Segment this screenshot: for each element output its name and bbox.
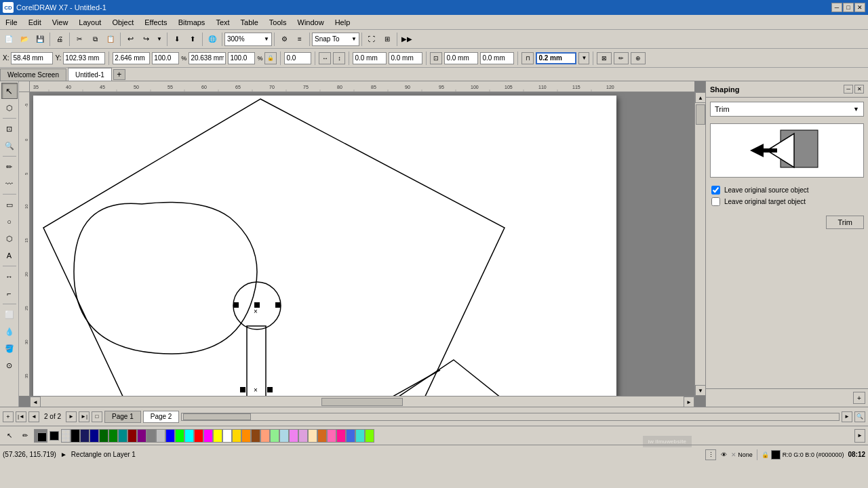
- color-moccasin[interactable]: [308, 429, 317, 443]
- color-lightgreen[interactable]: [270, 429, 279, 443]
- color-brown[interactable]: [251, 429, 260, 443]
- align-btn[interactable]: ≡: [292, 32, 307, 47]
- menu-view[interactable]: View: [47, 17, 74, 28]
- expand-btn[interactable]: +: [853, 392, 865, 404]
- color-chocolate[interactable]: [317, 429, 327, 443]
- menu-layout[interactable]: Layout: [73, 17, 106, 28]
- h-pct-input[interactable]: [228, 52, 255, 64]
- close-button[interactable]: ✕: [854, 3, 865, 12]
- h-scroll-thumb-bottom[interactable]: [183, 413, 251, 420]
- color-turquoise[interactable]: [355, 429, 365, 443]
- panel-minimize-btn[interactable]: ─: [844, 85, 853, 94]
- leave-target-label[interactable]: Leave original target object: [724, 198, 806, 205]
- smart-draw-tool[interactable]: 〰: [1, 176, 18, 192]
- undo-dropdown[interactable]: ▼: [154, 32, 165, 47]
- canvas-page[interactable]: × ×: [33, 96, 616, 396]
- color-darkgreen[interactable]: [99, 429, 108, 443]
- color-yellow[interactable]: [213, 429, 222, 443]
- scroll-end-btn[interactable]: ►: [842, 411, 852, 422]
- redo-btn[interactable]: ↪: [138, 32, 153, 47]
- scroll-thumb[interactable]: [696, 104, 705, 125]
- highlight-input-container[interactable]: [536, 52, 576, 64]
- color-magenta[interactable]: [203, 429, 213, 443]
- trim-button[interactable]: Trim: [826, 216, 864, 229]
- color-box[interactable]: [50, 431, 59, 441]
- layout-view-btn[interactable]: ⊞: [380, 32, 395, 47]
- x-input[interactable]: [11, 52, 53, 64]
- maximize-button[interactable]: □: [843, 3, 854, 12]
- color-lightblue[interactable]: [279, 429, 289, 443]
- page-layout-btn[interactable]: □: [92, 411, 102, 422]
- node-tool[interactable]: ⬡: [1, 100, 18, 116]
- color-white[interactable]: [222, 429, 232, 443]
- minimize-button[interactable]: ─: [831, 3, 842, 12]
- crop-tool[interactable]: ⊡: [1, 121, 18, 137]
- print-btn[interactable]: 🖨: [52, 32, 67, 47]
- w-pct-input[interactable]: [152, 52, 179, 64]
- color-red[interactable]: [194, 429, 203, 443]
- leave-target-checkbox[interactable]: [711, 197, 720, 206]
- leave-source-label[interactable]: Leave original source object: [724, 186, 809, 194]
- outline-tool[interactable]: ⊙: [1, 357, 18, 373]
- color-blue[interactable]: [90, 429, 99, 443]
- rotation-input[interactable]: [284, 52, 311, 64]
- color-violet[interactable]: [289, 429, 298, 443]
- no-color-swatch[interactable]: [61, 429, 71, 443]
- menu-edit[interactable]: Edit: [23, 17, 47, 28]
- undo-btn[interactable]: ↩: [123, 32, 138, 47]
- color-silver[interactable]: [156, 429, 165, 443]
- menu-table[interactable]: Table: [235, 17, 264, 28]
- interactive-tool[interactable]: ⬜: [1, 306, 18, 323]
- shaping-mode-dropdown[interactable]: Trim ▼: [710, 102, 864, 117]
- round-corners-btn[interactable]: ⊓: [521, 52, 534, 64]
- color-green[interactable]: [108, 429, 118, 443]
- snap-indicator[interactable]: ⋮: [705, 449, 716, 460]
- color-purple[interactable]: [137, 429, 146, 443]
- add-tab-btn[interactable]: +: [113, 69, 125, 80]
- color-darkblue[interactable]: [80, 429, 90, 443]
- mirror-v-btn[interactable]: ↕: [333, 52, 345, 64]
- color-deeppink[interactable]: [336, 429, 346, 443]
- freehand-tool[interactable]: ✏: [1, 159, 18, 175]
- color-gray[interactable]: [146, 429, 156, 443]
- add-page-btn[interactable]: +: [3, 411, 14, 422]
- zoom-status-btn[interactable]: 🔍: [854, 411, 865, 422]
- highlight-input[interactable]: [538, 54, 574, 62]
- copy-btn[interactable]: ⧉: [87, 32, 102, 47]
- export-btn[interactable]: ⬆: [185, 32, 200, 47]
- page2-tab[interactable]: Page 2: [143, 411, 180, 423]
- menu-tools[interactable]: Tools: [264, 17, 292, 28]
- paste-btn[interactable]: 📋: [103, 32, 118, 47]
- highlight-dropdown[interactable]: ▼: [578, 52, 589, 64]
- page1-tab[interactable]: Page 1: [104, 411, 141, 423]
- size-v-input[interactable]: [480, 52, 514, 64]
- prev-page-btn[interactable]: ◄: [28, 411, 39, 422]
- import-btn[interactable]: ⬇: [170, 32, 184, 47]
- select-tool[interactable]: ↖: [1, 83, 18, 99]
- color-hotpink[interactable]: [327, 429, 336, 443]
- options-btn[interactable]: ⚙: [277, 32, 292, 47]
- menu-help[interactable]: Help: [330, 17, 356, 28]
- mirror-h-btn[interactable]: ↔: [319, 52, 331, 64]
- dim-tool[interactable]: ↔: [1, 268, 18, 285]
- edge-btn[interactable]: ⊡: [430, 52, 442, 64]
- rectangle-tool[interactable]: ▭: [1, 197, 18, 213]
- pos-h-input[interactable]: [353, 52, 387, 64]
- cut-btn[interactable]: ✂: [72, 32, 87, 47]
- convert-btn[interactable]: ⊕: [631, 52, 646, 64]
- color-plum[interactable]: [298, 429, 308, 443]
- corner-options-btn[interactable]: ⊠: [597, 52, 612, 64]
- color-black[interactable]: [71, 429, 80, 443]
- lock-ratio-btn[interactable]: 🔒: [264, 52, 277, 64]
- menu-effects[interactable]: Effects: [139, 17, 172, 28]
- fill-tool[interactable]: 🪣: [1, 340, 18, 357]
- color-teal[interactable]: [118, 429, 127, 443]
- zoom-tool[interactable]: 🔍: [1, 138, 18, 154]
- color-orange[interactable]: [241, 429, 251, 443]
- publish-btn[interactable]: 🌐: [205, 32, 220, 47]
- save-btn[interactable]: 💾: [33, 32, 47, 47]
- color-darkred[interactable]: [127, 429, 137, 443]
- open-btn[interactable]: 📂: [17, 32, 32, 47]
- connector-tool[interactable]: ⌐: [1, 285, 18, 302]
- first-page-btn[interactable]: |◄: [16, 411, 26, 422]
